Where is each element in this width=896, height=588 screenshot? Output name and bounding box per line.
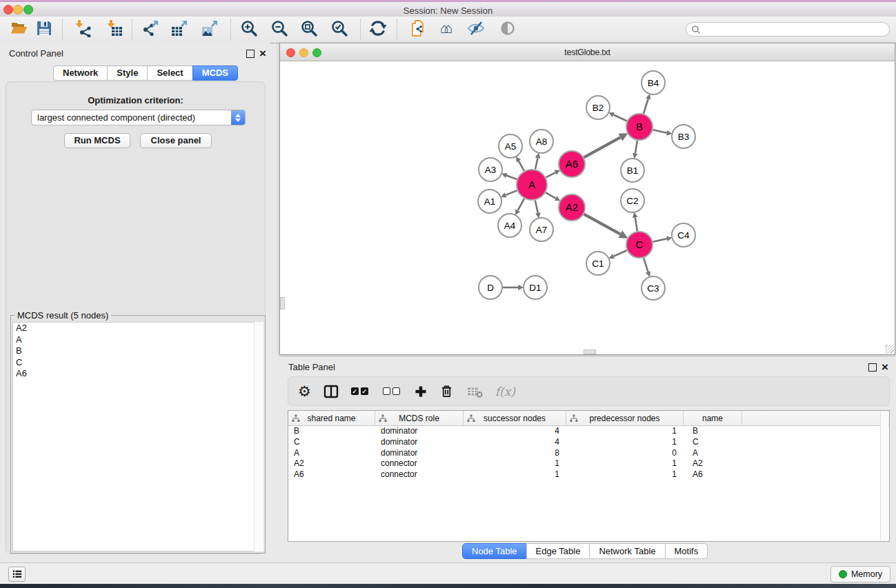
network-canvas[interactable]: AA6A2BCA5A8A3A1A4A7B4B2B3B1C2C4C1C3DD1 <box>280 61 895 354</box>
delete-table-icon[interactable] <box>466 383 483 400</box>
float-table-panel-icon[interactable] <box>868 363 877 372</box>
table-cell[interactable]: 4 <box>464 437 566 448</box>
import-network-icon[interactable] <box>74 19 92 37</box>
table-scrollbar[interactable] <box>880 412 888 540</box>
table-cell[interactable]: 1 <box>566 458 684 469</box>
table-cell[interactable]: C <box>288 437 375 448</box>
delete-column-icon[interactable] <box>439 384 454 398</box>
mcds-result-item[interactable]: B <box>13 345 263 357</box>
table-row[interactable]: Cdominator41C <box>288 437 889 448</box>
table-row[interactable]: Bdominator41B <box>288 426 889 437</box>
mcds-result-list[interactable]: A2ABCA6 <box>12 322 263 551</box>
zoom-out-icon[interactable] <box>270 19 288 37</box>
zoom-selected-icon[interactable] <box>330 19 348 37</box>
graph-edge-A-A7[interactable] <box>535 201 538 213</box>
table-cell[interactable]: dominator <box>375 437 464 448</box>
graph-edge-B-B3[interactable] <box>653 130 667 132</box>
close-panel-button[interactable]: Close panel <box>140 133 212 148</box>
mcds-result-item[interactable]: C <box>13 357 263 369</box>
mcds-result-item[interactable]: A <box>13 334 263 346</box>
graph-edge-A-A8[interactable] <box>535 158 538 169</box>
search-input[interactable] <box>704 24 889 35</box>
column-header-MCDS-role[interactable]: MCDS role <box>375 411 464 426</box>
select-all-columns-icon[interactable]: ✓✓ <box>351 387 370 395</box>
graph-edge-C-C1[interactable] <box>614 250 627 256</box>
zoom-in-icon[interactable] <box>240 19 258 37</box>
table-settings-icon[interactable]: ⚙ <box>298 384 311 399</box>
table-cell[interactable]: A <box>684 448 742 459</box>
run-mcds-button[interactable]: Run MCDS <box>64 133 130 148</box>
graph-edge-A2-C[interactable] <box>584 214 621 234</box>
float-panel-icon[interactable] <box>246 50 255 58</box>
resize-grip[interactable] <box>885 345 894 354</box>
search-field[interactable] <box>686 22 890 37</box>
table-cell[interactable]: B <box>684 426 742 437</box>
titlebar[interactable]: Session: New Session <box>0 2 896 17</box>
close-panel-icon[interactable]: × <box>259 50 266 58</box>
export-network-icon[interactable] <box>141 19 159 37</box>
table-cell[interactable]: 1 <box>566 469 684 480</box>
tab-select[interactable]: Select <box>147 65 192 81</box>
table-cell[interactable]: A2 <box>684 458 742 469</box>
tab-motifs[interactable]: Motifs <box>665 543 708 559</box>
table-cell[interactable]: 1 <box>566 437 684 448</box>
graph-edge-A-A1[interactable] <box>506 190 517 195</box>
mcds-list-scrollbar[interactable] <box>254 322 263 551</box>
tab-node-table[interactable]: Node Table <box>462 543 527 559</box>
table-row[interactable]: Adominator80A <box>288 448 889 459</box>
graph-edge-A-A4[interactable] <box>518 199 524 210</box>
import-table-icon[interactable] <box>106 19 123 37</box>
table-cell[interactable]: 4 <box>464 426 566 437</box>
tab-network-table[interactable]: Network Table <box>589 543 665 559</box>
table-cell[interactable]: 8 <box>464 448 566 459</box>
column-header-shared-name[interactable]: shared name <box>288 411 375 426</box>
save-session-icon[interactable] <box>35 19 53 37</box>
table-row[interactable]: A6connector11A6 <box>288 469 889 480</box>
add-column-icon[interactable] <box>415 385 427 398</box>
mcds-result-item[interactable]: A2 <box>13 323 263 334</box>
graph-edge-C-C4[interactable] <box>653 239 667 241</box>
graph-edge-A-A5[interactable] <box>519 161 524 171</box>
graph-edge-C-C3[interactable] <box>644 258 648 272</box>
network-graph[interactable]: AA6A2BCA5A8A3A1A4A7B4B2B3B1C2C4C1C3DD1 <box>280 61 895 354</box>
close-table-panel-icon[interactable]: × <box>882 363 888 372</box>
graph-edge-B-B4[interactable] <box>644 99 648 114</box>
open-session-icon[interactable] <box>10 19 28 37</box>
table-cell[interactable]: C <box>684 437 742 448</box>
task-history-button[interactable] <box>8 567 26 582</box>
column-header-successor-nodes[interactable]: successor nodes <box>464 411 566 426</box>
table-cell[interactable]: 1 <box>566 426 684 437</box>
first-neighbors-icon[interactable]: ⌂⌂ <box>437 19 455 37</box>
tab-edge-table[interactable]: Edge Table <box>526 543 590 559</box>
column-header-name[interactable]: name <box>684 411 742 426</box>
table-cell[interactable]: A <box>288 448 375 459</box>
table-cell[interactable]: 1 <box>464 469 566 480</box>
graph-edge-B-B1[interactable] <box>635 141 637 154</box>
split-columns-icon[interactable] <box>323 384 339 399</box>
mcds-result-item[interactable]: A6 <box>13 368 263 380</box>
table-cell[interactable]: connector <box>375 469 464 480</box>
table-row[interactable]: A2connector11A2 <box>288 458 889 469</box>
table-cell[interactable]: B <box>288 426 375 437</box>
export-image-icon[interactable] <box>201 19 219 37</box>
graph-edge-A-A2[interactable] <box>546 192 556 198</box>
show-all-icon[interactable] <box>499 19 517 37</box>
memory-button[interactable]: Memory <box>830 566 890 582</box>
tab-network[interactable]: Network <box>53 65 108 81</box>
column-header-predecessor-nodes[interactable]: predecessor nodes <box>566 411 684 426</box>
refresh-layout-icon[interactable] <box>369 19 387 37</box>
deselect-all-columns-icon[interactable] <box>383 387 402 395</box>
table-cell[interactable]: dominator <box>375 448 464 459</box>
graph-edge-C-C2[interactable] <box>635 218 637 232</box>
hide-selected-icon[interactable] <box>467 19 485 37</box>
graph-edge-A-A3[interactable] <box>506 176 517 180</box>
optimization-criterion-select[interactable]: largest connected component (directed) <box>31 110 246 125</box>
table-cell[interactable]: connector <box>375 458 464 469</box>
duplicate-network-icon[interactable] <box>408 19 426 37</box>
graph-edge-A-A6[interactable] <box>546 172 555 177</box>
function-builder-icon[interactable]: f(x) <box>495 385 515 398</box>
table-cell[interactable]: dominator <box>375 426 464 437</box>
graph-edge-A6-B[interactable] <box>584 137 621 157</box>
table-cell[interactable]: 1 <box>464 458 566 469</box>
table-cell[interactable]: 0 <box>566 448 684 459</box>
